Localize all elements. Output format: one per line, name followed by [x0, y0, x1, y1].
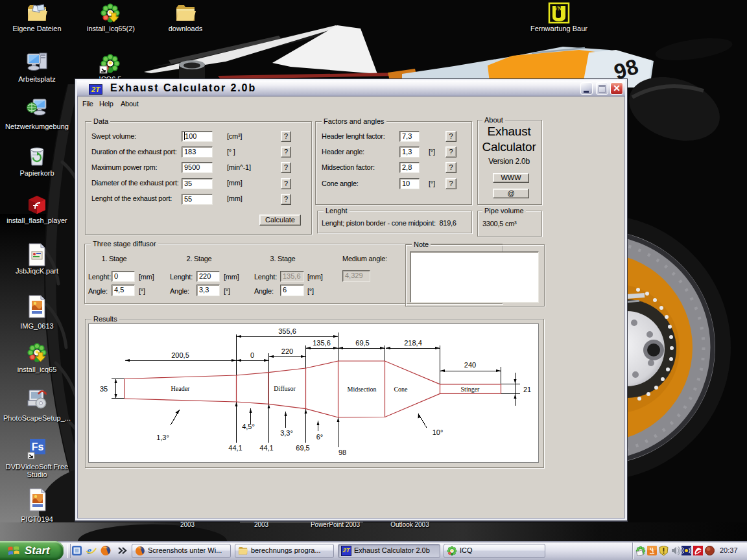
- svg-text:69,5: 69,5: [355, 339, 369, 347]
- svg-text:44,1: 44,1: [259, 444, 273, 452]
- svg-text:200,5: 200,5: [171, 351, 189, 359]
- svg-text:4,5°: 4,5°: [242, 423, 255, 430]
- svg-text:44,1: 44,1: [228, 444, 242, 452]
- svg-text:135,6: 135,6: [313, 339, 331, 347]
- svg-text:6°: 6°: [316, 433, 324, 441]
- svg-text:35: 35: [100, 385, 108, 393]
- svg-text:355,6: 355,6: [278, 327, 296, 335]
- svg-text:69,5: 69,5: [296, 444, 309, 452]
- svg-text:Cone: Cone: [394, 386, 408, 393]
- svg-text:Header: Header: [171, 385, 191, 392]
- svg-text:Diffusor: Diffusor: [274, 385, 296, 392]
- svg-text:0: 0: [250, 351, 254, 359]
- svg-text:21: 21: [523, 386, 531, 393]
- svg-text:220: 220: [281, 347, 293, 355]
- svg-text:218,4: 218,4: [404, 339, 422, 347]
- svg-text:3,3°: 3,3°: [280, 429, 293, 437]
- svg-text:Stinger: Stinger: [461, 386, 480, 393]
- svg-text:Fs: Fs: [32, 441, 44, 452]
- svg-text:Midsection: Midsection: [348, 386, 377, 393]
- svg-text:e: e: [87, 545, 91, 556]
- svg-text:1,3°: 1,3°: [156, 434, 169, 441]
- svg-text:98: 98: [338, 449, 346, 456]
- svg-text:VNC: VNC: [554, 6, 565, 12]
- svg-text:10°: 10°: [433, 428, 444, 436]
- svg-text:240: 240: [464, 361, 476, 369]
